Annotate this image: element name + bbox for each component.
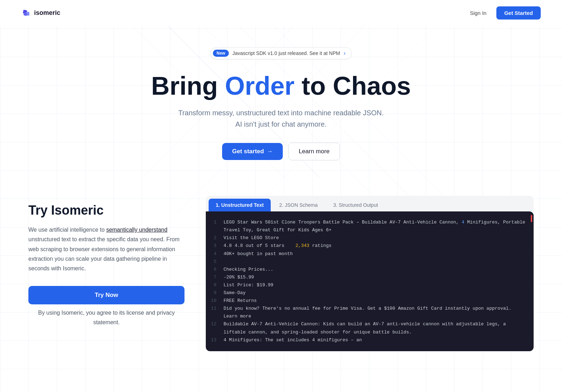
signin-button[interactable]: Sign In — [465, 7, 491, 19]
tab-json-schema[interactable]: 2. JSON Schema — [272, 199, 325, 211]
scrollbar-indicator[interactable] — [531, 215, 532, 222]
try-now-button[interactable]: Try Now — [28, 286, 184, 304]
logo[interactable]: isomeric — [21, 8, 60, 18]
hero-section: New Javascript SDK v1.0 just released. S… — [0, 26, 562, 175]
code-line: 11 Did you know? There's no annual fee f… — [206, 305, 534, 320]
code-line: 3 4.8 4.8 out of 5 stars 2,343 ratings — [206, 242, 534, 250]
announcement-badge[interactable]: New Javascript SDK v1.0 just released. S… — [210, 47, 351, 59]
code-window-wrapper: 1 LEGO Star Wars 501st Clone Troopers Ba… — [206, 211, 534, 351]
code-line: 13 4 Minifigures: The set includes 4 min… — [206, 336, 534, 344]
hero-title-accent: Order — [225, 72, 294, 100]
code-line: 7 -20% $15.99 — [206, 274, 534, 281]
code-line: 6 Checking Prices... — [206, 266, 534, 274]
right-panel: 1. Unstructured Text 2. JSON Schema 3. S… — [206, 196, 534, 351]
hero-get-started-button[interactable]: Get started → — [222, 143, 283, 160]
code-window: 1 LEGO Star Wars 501st Clone Troopers Ba… — [206, 211, 534, 351]
learn-more-button[interactable]: Learn more — [288, 143, 340, 160]
semantically-understand-link[interactable]: semantically understand — [106, 227, 167, 233]
nav-actions: Sign In Get Started — [465, 6, 541, 20]
left-panel: Try Isomeric We use artificial intellige… — [28, 196, 206, 340]
hero-subtitle-line1: Transform messy, unstructured text into … — [178, 109, 384, 117]
code-content: 1 LEGO Star Wars 501st Clone Troopers Ba… — [206, 211, 534, 351]
hero-title: Bring Order to Chaos — [151, 72, 411, 100]
code-line: 4 40K+ bought in past month — [206, 250, 534, 258]
hero-title-part2: to Chaos — [294, 72, 411, 100]
left-heading: Try Isomeric — [28, 203, 184, 218]
announcement-text: Javascript SDK v1.0 just released. See i… — [232, 50, 340, 56]
code-line: 12 Buildable AV-7 Anti-Vehicle Cannon: K… — [206, 320, 534, 336]
arrow-icon: → — [267, 148, 273, 155]
code-line: 1 LEGO Star Wars 501st Clone Troopers Ba… — [206, 219, 534, 234]
announcement-arrow: › — [343, 50, 345, 56]
terms-text: By using Isomeric, you agree to its lice… — [28, 308, 184, 327]
hero-actions: Get started → Learn more — [222, 143, 340, 160]
hero-title-part1: Bring — [151, 72, 225, 100]
navbar: isomeric Sign In Get Started — [0, 0, 562, 26]
hero-subtitle-line2: AI isn't just for chat anymore. — [235, 120, 326, 128]
nav-get-started-button[interactable]: Get Started — [496, 6, 541, 20]
bottom-section: Try Isomeric We use artificial intellige… — [0, 175, 562, 365]
code-line: 8 List Price: $19.99 — [206, 281, 534, 289]
code-line: 2 Visit the LEGO Store — [206, 234, 534, 242]
code-line: 10 FREE Returns — [206, 297, 534, 305]
logo-icon — [21, 8, 31, 18]
code-line: 5 — [206, 258, 534, 266]
left-description: We use artificial intelligence to semant… — [28, 225, 184, 273]
badge-new-label: New — [213, 50, 229, 57]
code-line: 9 Same-Day — [206, 289, 534, 297]
logo-text: isomeric — [34, 9, 60, 17]
get-started-label: Get started — [232, 148, 264, 155]
tab-unstructured-text[interactable]: 1. Unstructured Text — [209, 199, 271, 211]
demo-tabs: 1. Unstructured Text 2. JSON Schema 3. S… — [206, 196, 534, 211]
hero-subtitle: Transform messy, unstructured text into … — [178, 107, 384, 130]
tab-structured-output[interactable]: 3. Structured Output — [326, 199, 385, 211]
